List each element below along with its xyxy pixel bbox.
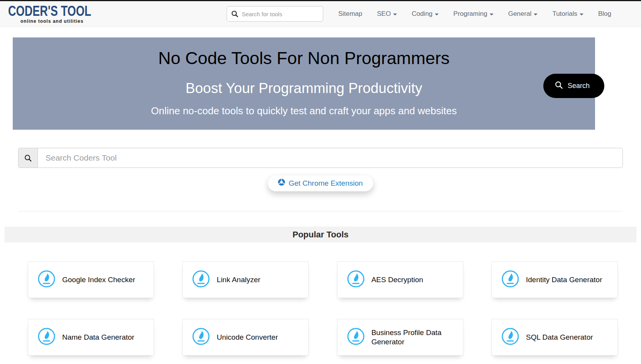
header: CODER'S TOOL online tools and utilities … (0, 1, 641, 27)
logo-title: CODER'S TOOL (8, 3, 91, 19)
get-chrome-extension-button[interactable]: Get Chrome Extension (268, 175, 373, 191)
header-search-input[interactable] (227, 6, 323, 22)
coderstool-flame-icon (347, 270, 365, 288)
site-logo[interactable]: CODER'S TOOL online tools and utilities (8, 5, 96, 24)
tool-card-unicode-converter[interactable]: Unicode Converter (182, 319, 309, 356)
hero-title: No Code Tools For Non Programmers (13, 48, 595, 68)
chevron-down-icon (534, 14, 538, 15)
nav-item-tutorials[interactable]: Tutorials (545, 6, 591, 22)
search-icon-addon (18, 148, 37, 168)
popular-tools-heading: Popular Tools (292, 230, 348, 240)
tool-card-business-profile-data-generator[interactable]: Business Profile Data Generator (337, 319, 463, 356)
chevron-down-icon (490, 14, 493, 15)
hero-subtitle: Boost Your Programming Productivity (13, 80, 595, 97)
tool-card-identity-data-generator[interactable]: Identity Data Generator (492, 261, 618, 298)
tool-card-link-analyzer[interactable]: Link Analyzer (182, 261, 309, 298)
nav-item-sitemap[interactable]: Sitemap (331, 6, 370, 22)
tool-card-name-data-generator[interactable]: Name Data Generator (28, 319, 154, 356)
hero-banner: No Code Tools For Non Programmers Boost … (13, 37, 595, 130)
chevron-down-icon (393, 14, 397, 15)
site-search-input[interactable] (37, 148, 623, 168)
nav-item-programing[interactable]: Programing (446, 6, 501, 22)
site-search (18, 148, 623, 168)
coderstool-flame-icon (192, 327, 210, 345)
nav-item-blog[interactable]: Blog (591, 6, 619, 22)
header-search (227, 6, 323, 22)
hero-tagline: Online no-code tools to quickly test and… (13, 105, 595, 117)
hero-search-button-label: Search (568, 82, 590, 90)
coderstool-flame-icon (347, 327, 365, 345)
tool-card-google-index-checker[interactable]: Google Index Checker (28, 261, 154, 298)
hero-search-button[interactable]: Search (543, 74, 604, 98)
nav-item-seo[interactable]: SEO (370, 6, 404, 22)
search-icon (24, 154, 32, 162)
popular-tools-band: Popular Tools (5, 227, 636, 242)
coderstool-flame-icon (192, 270, 210, 288)
search-icon (555, 81, 563, 91)
coderstool-flame-icon (37, 327, 56, 345)
popular-tools-grid: Google Index Checker Link Analyzer AES D… (28, 261, 618, 356)
chrome-icon (278, 179, 285, 188)
nav-item-coding[interactable]: Coding (404, 6, 446, 22)
search-icon (231, 10, 238, 19)
tool-card-sql-data-generator[interactable]: SQL Data Generator (492, 319, 618, 356)
chrome-extension-row: Get Chrome Extension (0, 175, 641, 191)
coderstool-flame-icon (37, 270, 56, 288)
coderstool-flame-icon (501, 270, 519, 288)
tool-card-aes-decryption[interactable]: AES Decryption (337, 261, 463, 298)
chevron-down-icon (435, 14, 439, 15)
nav-item-general[interactable]: General (501, 6, 545, 22)
main-nav: Sitemap SEO Coding Programing General Tu… (331, 6, 619, 22)
chrome-button-label: Get Chrome Extension (288, 179, 363, 188)
coderstool-flame-icon (501, 327, 519, 345)
section-divider (18, 211, 623, 212)
chevron-down-icon (580, 14, 583, 15)
logo-tagline: online tools and utilities (20, 19, 96, 24)
